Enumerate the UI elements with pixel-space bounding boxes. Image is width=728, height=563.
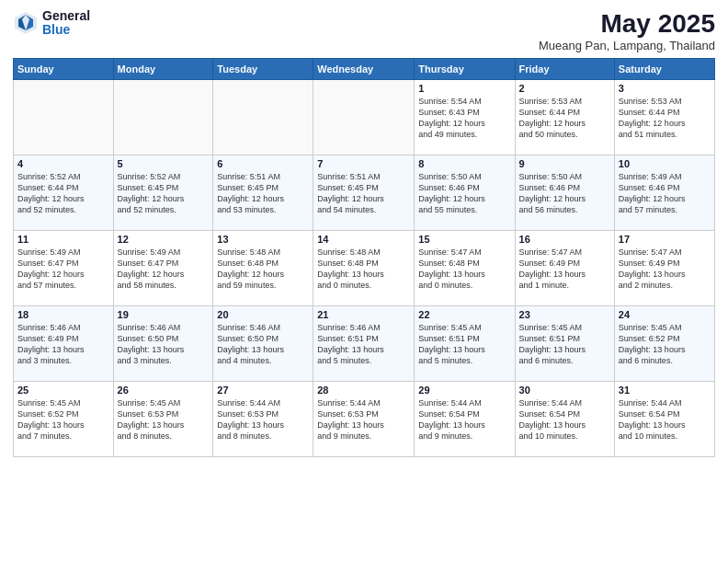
day-number: 30: [519, 385, 610, 396]
day-number: 18: [17, 309, 109, 320]
day-info: Sunrise: 5:44 AM Sunset: 6:54 PM Dayligh…: [418, 397, 510, 442]
day-number: 8: [418, 158, 510, 169]
table-row: 15Sunrise: 5:47 AM Sunset: 6:48 PM Dayli…: [415, 231, 515, 306]
table-row: 7Sunrise: 5:51 AM Sunset: 6:45 PM Daylig…: [313, 155, 415, 231]
day-number: 24: [619, 309, 711, 320]
table-row: 23Sunrise: 5:45 AM Sunset: 6:51 PM Dayli…: [515, 306, 614, 382]
col-thursday: Thursday: [415, 59, 515, 80]
day-number: 5: [118, 158, 210, 169]
day-info: Sunrise: 5:50 AM Sunset: 6:46 PM Dayligh…: [519, 171, 610, 216]
col-wednesday: Wednesday: [313, 59, 415, 80]
table-row: 12Sunrise: 5:49 AM Sunset: 6:47 PM Dayli…: [113, 231, 213, 306]
logo-general-text: General: [42, 9, 90, 23]
title-block: May 2025 Mueang Pan, Lampang, Thailand: [539, 9, 715, 52]
calendar-week-row: 11Sunrise: 5:49 AM Sunset: 6:47 PM Dayli…: [14, 231, 715, 306]
table-row: 19Sunrise: 5:46 AM Sunset: 6:50 PM Dayli…: [113, 306, 213, 382]
calendar-week-row: 4Sunrise: 5:52 AM Sunset: 6:44 PM Daylig…: [14, 155, 715, 231]
day-number: 26: [118, 385, 210, 396]
calendar-week-row: 1Sunrise: 5:54 AM Sunset: 6:43 PM Daylig…: [14, 80, 715, 155]
day-info: Sunrise: 5:45 AM Sunset: 6:51 PM Dayligh…: [418, 322, 510, 367]
calendar-week-row: 25Sunrise: 5:45 AM Sunset: 6:52 PM Dayli…: [14, 382, 715, 457]
day-number: 13: [217, 234, 309, 245]
day-info: Sunrise: 5:46 AM Sunset: 6:51 PM Dayligh…: [317, 322, 410, 367]
day-info: Sunrise: 5:47 AM Sunset: 6:49 PM Dayligh…: [619, 247, 711, 292]
day-info: Sunrise: 5:48 AM Sunset: 6:48 PM Dayligh…: [317, 247, 410, 292]
day-number: 28: [317, 385, 410, 396]
main-title: May 2025: [539, 9, 715, 39]
day-info: Sunrise: 5:49 AM Sunset: 6:46 PM Dayligh…: [619, 171, 711, 216]
day-number: 19: [118, 309, 210, 320]
table-row: [313, 80, 415, 155]
day-number: 21: [317, 309, 410, 320]
day-info: Sunrise: 5:45 AM Sunset: 6:52 PM Dayligh…: [619, 322, 711, 367]
table-row: 13Sunrise: 5:48 AM Sunset: 6:48 PM Dayli…: [213, 231, 313, 306]
day-number: 27: [217, 385, 309, 396]
table-row: 28Sunrise: 5:44 AM Sunset: 6:53 PM Dayli…: [313, 382, 415, 457]
day-number: 4: [17, 158, 109, 169]
day-info: Sunrise: 5:44 AM Sunset: 6:53 PM Dayligh…: [217, 397, 309, 442]
table-row: 11Sunrise: 5:49 AM Sunset: 6:47 PM Dayli…: [14, 231, 114, 306]
col-sunday: Sunday: [14, 59, 114, 80]
day-number: 6: [217, 158, 309, 169]
day-number: 23: [519, 309, 610, 320]
day-number: 3: [619, 83, 711, 94]
day-number: 25: [17, 385, 109, 396]
day-info: Sunrise: 5:49 AM Sunset: 6:47 PM Dayligh…: [118, 247, 210, 292]
day-number: 20: [217, 309, 309, 320]
day-number: 9: [519, 158, 610, 169]
table-row: 8Sunrise: 5:50 AM Sunset: 6:46 PM Daylig…: [415, 155, 515, 231]
table-row: 29Sunrise: 5:44 AM Sunset: 6:54 PM Dayli…: [415, 382, 515, 457]
day-info: Sunrise: 5:46 AM Sunset: 6:50 PM Dayligh…: [118, 322, 210, 367]
col-saturday: Saturday: [614, 59, 714, 80]
day-info: Sunrise: 5:47 AM Sunset: 6:49 PM Dayligh…: [519, 247, 610, 292]
day-number: 2: [519, 83, 610, 94]
calendar-week-row: 18Sunrise: 5:46 AM Sunset: 6:49 PM Dayli…: [14, 306, 715, 382]
subtitle: Mueang Pan, Lampang, Thailand: [539, 39, 715, 52]
page-header: General Blue May 2025 Mueang Pan, Lampan…: [13, 9, 715, 52]
calendar-header-row: Sunday Monday Tuesday Wednesday Thursday…: [14, 59, 715, 80]
day-info: Sunrise: 5:52 AM Sunset: 6:44 PM Dayligh…: [17, 171, 109, 216]
day-number: 16: [519, 234, 610, 245]
day-info: Sunrise: 5:46 AM Sunset: 6:49 PM Dayligh…: [17, 322, 109, 367]
table-row: 25Sunrise: 5:45 AM Sunset: 6:52 PM Dayli…: [14, 382, 114, 457]
col-tuesday: Tuesday: [213, 59, 313, 80]
day-info: Sunrise: 5:45 AM Sunset: 6:53 PM Dayligh…: [118, 397, 210, 442]
table-row: 27Sunrise: 5:44 AM Sunset: 6:53 PM Dayli…: [213, 382, 313, 457]
day-info: Sunrise: 5:54 AM Sunset: 6:43 PM Dayligh…: [418, 96, 510, 141]
table-row: 18Sunrise: 5:46 AM Sunset: 6:49 PM Dayli…: [14, 306, 114, 382]
logo-icon: [13, 10, 39, 36]
day-info: Sunrise: 5:44 AM Sunset: 6:54 PM Dayligh…: [519, 397, 610, 442]
day-info: Sunrise: 5:51 AM Sunset: 6:45 PM Dayligh…: [317, 171, 410, 216]
day-number: 12: [118, 234, 210, 245]
table-row: [14, 80, 114, 155]
day-number: 17: [619, 234, 711, 245]
day-number: 7: [317, 158, 410, 169]
table-row: 22Sunrise: 5:45 AM Sunset: 6:51 PM Dayli…: [415, 306, 515, 382]
day-info: Sunrise: 5:45 AM Sunset: 6:52 PM Dayligh…: [17, 397, 109, 442]
day-number: 1: [418, 83, 510, 94]
table-row: 24Sunrise: 5:45 AM Sunset: 6:52 PM Dayli…: [614, 306, 714, 382]
day-number: 14: [317, 234, 410, 245]
table-row: 17Sunrise: 5:47 AM Sunset: 6:49 PM Dayli…: [614, 231, 714, 306]
day-info: Sunrise: 5:46 AM Sunset: 6:50 PM Dayligh…: [217, 322, 309, 367]
day-info: Sunrise: 5:45 AM Sunset: 6:51 PM Dayligh…: [519, 322, 610, 367]
table-row: 2Sunrise: 5:53 AM Sunset: 6:44 PM Daylig…: [515, 80, 614, 155]
table-row: 9Sunrise: 5:50 AM Sunset: 6:46 PM Daylig…: [515, 155, 614, 231]
table-row: 14Sunrise: 5:48 AM Sunset: 6:48 PM Dayli…: [313, 231, 415, 306]
table-row: [213, 80, 313, 155]
table-row: 3Sunrise: 5:53 AM Sunset: 6:44 PM Daylig…: [614, 80, 714, 155]
day-number: 29: [418, 385, 510, 396]
day-number: 31: [619, 385, 711, 396]
day-info: Sunrise: 5:47 AM Sunset: 6:48 PM Dayligh…: [418, 247, 510, 292]
day-number: 15: [418, 234, 510, 245]
day-info: Sunrise: 5:44 AM Sunset: 6:54 PM Dayligh…: [619, 397, 711, 442]
table-row: 31Sunrise: 5:44 AM Sunset: 6:54 PM Dayli…: [614, 382, 714, 457]
day-info: Sunrise: 5:44 AM Sunset: 6:53 PM Dayligh…: [317, 397, 410, 442]
col-monday: Monday: [113, 59, 213, 80]
table-row: 1Sunrise: 5:54 AM Sunset: 6:43 PM Daylig…: [415, 80, 515, 155]
day-info: Sunrise: 5:52 AM Sunset: 6:45 PM Dayligh…: [118, 171, 210, 216]
day-info: Sunrise: 5:53 AM Sunset: 6:44 PM Dayligh…: [619, 96, 711, 141]
table-row: 20Sunrise: 5:46 AM Sunset: 6:50 PM Dayli…: [213, 306, 313, 382]
day-info: Sunrise: 5:50 AM Sunset: 6:46 PM Dayligh…: [418, 171, 510, 216]
table-row: 5Sunrise: 5:52 AM Sunset: 6:45 PM Daylig…: [113, 155, 213, 231]
